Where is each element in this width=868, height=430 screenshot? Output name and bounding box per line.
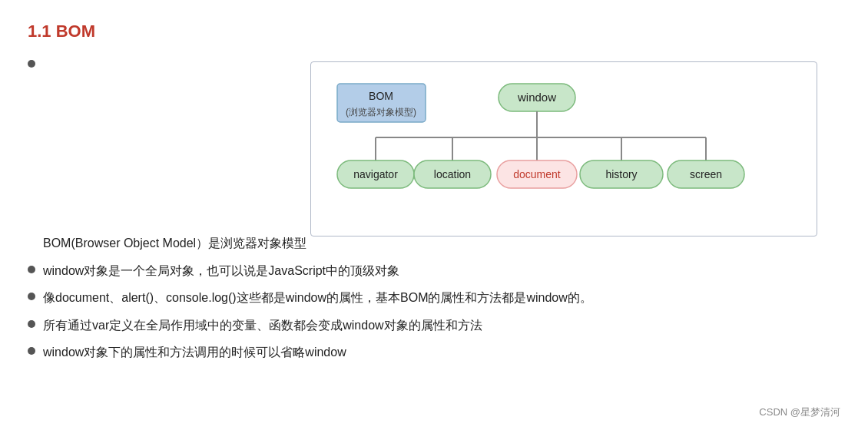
bullet-text-2: 像document、alert()、console.log()这些都是windo… <box>43 288 592 308</box>
bullet-text-4: window对象下的属性和方法调用的时候可以省略window <box>43 342 346 362</box>
bullet-dot-2 <box>28 293 35 300</box>
bullet-text-1: window对象是一个全局对象，也可以说是JavaScript中的顶级对象 <box>43 261 399 281</box>
bullet-item-2: 像document、alert()、console.log()这些都是windo… <box>28 288 840 308</box>
svg-text:document: document <box>513 168 561 180</box>
svg-text:(浏览器对象模型): (浏览器对象模型) <box>346 107 416 117</box>
bullet-item-1: window对象是一个全局对象，也可以说是JavaScript中的顶级对象 <box>28 261 840 281</box>
svg-text:history: history <box>605 168 637 180</box>
csdn-watermark: CSDN @星梦清河 <box>759 405 840 419</box>
bullet-item-4: window对象下的属性和方法调用的时候可以省略window <box>28 342 840 362</box>
bullet-item-0: BOM(Browser Object Model）是浏览器对象模型 BOM (浏… <box>28 55 840 253</box>
svg-text:screen: screen <box>690 168 722 180</box>
bullet-dot-1 <box>28 266 35 273</box>
bullet-dot-4 <box>28 347 35 355</box>
page-title: 1.1 BOM <box>28 22 840 41</box>
bullet-content-0: BOM(Browser Object Model）是浏览器对象模型 BOM (浏… <box>43 55 817 253</box>
bom-svg: BOM (浏览器对象模型) window <box>330 76 798 222</box>
bullet-list: BOM(Browser Object Model）是浏览器对象模型 BOM (浏… <box>28 55 840 362</box>
bullet-text-3: 所有通过var定义在全局作用域中的变量、函数都会变成window对象的属性和方法 <box>43 316 482 336</box>
svg-text:navigator: navigator <box>353 168 398 180</box>
bullet-item-3: 所有通过var定义在全局作用域中的变量、函数都会变成window对象的属性和方法 <box>28 316 840 336</box>
svg-text:window: window <box>517 91 556 104</box>
bom-diagram: BOM (浏览器对象模型) window <box>310 61 817 237</box>
bullet-text-0: BOM(Browser Object Model）是浏览器对象模型 <box>43 237 306 250</box>
bullet-dot-3 <box>28 320 35 328</box>
svg-text:BOM: BOM <box>369 90 393 102</box>
svg-text:location: location <box>433 168 470 180</box>
bullet-dot <box>28 60 35 68</box>
